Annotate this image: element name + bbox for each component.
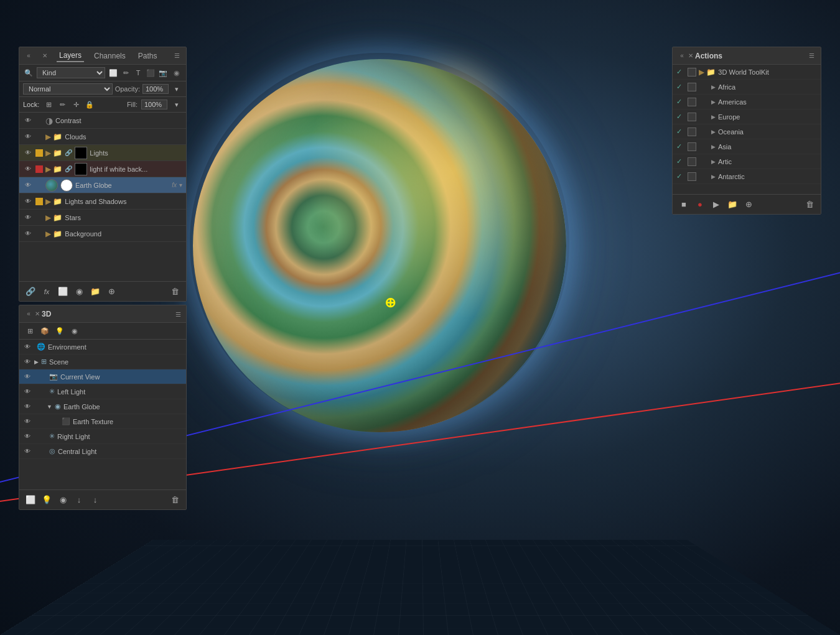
3d-item-environment[interactable]: 👁 🌐 Environment: [19, 340, 186, 355]
3d-item-earth-globe[interactable]: 👁 ▼ ◉ Earth Globe: [19, 399, 186, 414]
3d-eye-environment[interactable]: 👁: [23, 343, 32, 350]
actions-close-btn[interactable]: ✕: [686, 52, 695, 59]
3d-item-right-light[interactable]: 👁 ✳ Right Light: [19, 429, 186, 444]
visibility-eye-lights[interactable]: 👁: [23, 148, 33, 158]
actions-play-btn[interactable]: ▶: [710, 198, 722, 211]
actions-stop-btn[interactable]: ■: [678, 198, 690, 211]
filter-type-icon[interactable]: T: [133, 67, 144, 78]
action-item-3d-world-toolkit[interactable]: ✓ ▶ 📁 3D World ToolKit: [673, 65, 821, 80]
action-item-africa[interactable]: ✓ ▶ Africa: [673, 80, 821, 95]
3d-eye-right-light[interactable]: 👁: [23, 433, 32, 440]
link-layers-btn[interactable]: 🔗: [24, 285, 37, 298]
layer-background[interactable]: 👁 ▶ 📁 Background: [19, 226, 186, 242]
lock-all-icon[interactable]: 🔒: [84, 99, 95, 110]
action-checkbox-asia[interactable]: [688, 142, 696, 151]
visibility-eye-ls[interactable]: 👁: [23, 197, 33, 206]
actions-new-btn[interactable]: ⊕: [742, 198, 755, 211]
action-checkbox-africa[interactable]: [688, 83, 696, 91]
panel-menu-btn[interactable]: ☰: [172, 52, 181, 59]
visibility-eye-clouds[interactable]: 👁: [23, 132, 33, 142]
tab-layers[interactable]: Layers: [57, 50, 84, 62]
3d-item-left-light[interactable]: 👁 ✳ Left Light: [19, 384, 186, 399]
3d-item-earth-texture[interactable]: 👁 ⬛ Earth Texture: [19, 414, 186, 429]
lock-position-icon[interactable]: ✛: [70, 99, 82, 110]
filter-shape-icon[interactable]: ⬛: [145, 67, 156, 78]
action-item-asia[interactable]: ✓ ▶ Asia: [673, 139, 821, 154]
opacity-arrow[interactable]: ▾: [171, 83, 182, 95]
3d-mesh-btn[interactable]: ↓: [73, 494, 85, 506]
3d-filter-material-icon[interactable]: 💡: [54, 325, 65, 336]
filter-pixel-icon[interactable]: ⬜: [108, 67, 119, 78]
3d-item-current-view[interactable]: 👁 📷 Current View: [19, 369, 186, 384]
fx-btn[interactable]: fx: [40, 285, 53, 298]
tab-channels[interactable]: Channels: [91, 50, 128, 62]
close-btn[interactable]: ✕: [40, 52, 49, 59]
filter-kind-select[interactable]: Kind: [37, 67, 105, 78]
new-layer-btn[interactable]: ⊕: [105, 285, 118, 298]
3d-close-btn[interactable]: ✕: [33, 310, 42, 317]
tab-paths[interactable]: Paths: [136, 50, 160, 62]
actions-collapse-btn[interactable]: «: [678, 52, 686, 59]
action-item-artic[interactable]: ✓ ▶ Artic: [673, 154, 821, 169]
expand-fx-earth[interactable]: ▾: [179, 182, 182, 188]
action-item-americas[interactable]: ✓ ▶ Americas: [673, 95, 821, 109]
3d-filter-object-icon[interactable]: 📦: [39, 325, 50, 336]
3d-item-central-light[interactable]: 👁 ◎ Central Light: [19, 444, 186, 459]
3d-delete-btn[interactable]: 🗑: [169, 494, 181, 506]
actions-record-btn[interactable]: ●: [694, 198, 706, 211]
3d-eye-left-light[interactable]: 👁: [23, 388, 32, 395]
3d-filter-light-icon[interactable]: ◉: [69, 325, 80, 336]
action-checkbox-americas[interactable]: [688, 98, 696, 106]
delete-layer-btn[interactable]: 🗑: [169, 285, 181, 298]
3d-collapse-btn[interactable]: «: [24, 310, 33, 317]
layer-lights-shadows[interactable]: 👁 ▶ 📁 Lights and Shadows: [19, 193, 186, 210]
3d-eye-current-view[interactable]: 👁: [23, 373, 32, 380]
fill-arrow[interactable]: ▾: [171, 99, 182, 110]
lock-pixels-icon[interactable]: ✏: [57, 99, 68, 110]
visibility-eye-bg[interactable]: 👁: [23, 229, 33, 239]
layer-earth-globe[interactable]: 👁 Earth Globe fx ▾: [19, 177, 186, 193]
layer-light-white-back[interactable]: 👁 ▶ 📁 🔗 light if white back...: [19, 161, 186, 177]
action-item-europe[interactable]: ✓ ▶ Europe: [673, 109, 821, 124]
3d-filter-scene-icon[interactable]: ⊞: [24, 325, 35, 336]
group-btn[interactable]: 📁: [89, 285, 101, 298]
action-checkbox-oceania[interactable]: [688, 127, 696, 136]
actions-menu-btn[interactable]: ☰: [807, 52, 816, 59]
3d-light-btn[interactable]: 💡: [40, 494, 53, 506]
3d-eye-central-light[interactable]: 👁: [23, 448, 32, 455]
blend-mode-select[interactable]: Normal: [23, 83, 113, 95]
action-checkbox-europe[interactable]: [688, 113, 696, 121]
opacity-input[interactable]: [142, 84, 169, 94]
mask-btn[interactable]: ⬜: [57, 285, 69, 298]
visibility-eye-lwb[interactable]: 👁: [23, 164, 33, 174]
layer-lights[interactable]: 👁 ▶ 📁 🔗 Lights: [19, 145, 186, 161]
3d-item-scene[interactable]: 👁 ▶ ⊞ Scene: [19, 355, 186, 369]
visibility-eye-earth[interactable]: 👁: [23, 180, 33, 190]
filter-toggle-icon[interactable]: ◉: [171, 67, 182, 78]
3d-eye-earth-texture[interactable]: 👁: [23, 418, 32, 425]
fill-input[interactable]: [141, 100, 167, 109]
visibility-eye-stars[interactable]: 👁: [23, 213, 33, 223]
action-checkbox-artic[interactable]: [688, 157, 696, 166]
collapse-btn[interactable]: «: [24, 52, 33, 59]
3d-add-btn[interactable]: ↓: [89, 494, 101, 506]
3d-eye-earth-globe[interactable]: 👁: [23, 403, 32, 410]
layer-clouds[interactable]: 👁 ▶ 📁 Clouds: [19, 129, 186, 145]
visibility-eye-contrast[interactable]: 👁: [23, 116, 33, 126]
action-checkbox-3d-toolkit[interactable]: [688, 68, 696, 76]
layer-stars[interactable]: 👁 ▶ 📁 Stars: [19, 210, 186, 226]
3d-menu-btn[interactable]: ☰: [175, 311, 181, 318]
action-item-antarctic[interactable]: ✓ ▶ Antarctic: [673, 169, 821, 184]
filter-adjust-icon[interactable]: ✏: [120, 67, 131, 78]
3d-material-btn[interactable]: ◉: [57, 494, 69, 506]
actions-folder-btn[interactable]: 📁: [726, 198, 739, 211]
actions-delete-btn[interactable]: 🗑: [803, 198, 816, 211]
lock-transparent-icon[interactable]: ⊞: [43, 99, 54, 110]
adjustment-btn[interactable]: ◉: [73, 285, 85, 298]
layer-contrast[interactable]: 👁 ◑ Contrast: [19, 113, 186, 129]
3d-eye-scene[interactable]: 👁: [23, 358, 32, 365]
action-item-oceania[interactable]: ✓ ▶ Oceania: [673, 124, 821, 139]
3d-scene-btn[interactable]: ⬜: [24, 494, 37, 506]
filter-smart-icon[interactable]: 📷: [157, 67, 169, 78]
action-checkbox-antarctic[interactable]: [688, 172, 696, 181]
